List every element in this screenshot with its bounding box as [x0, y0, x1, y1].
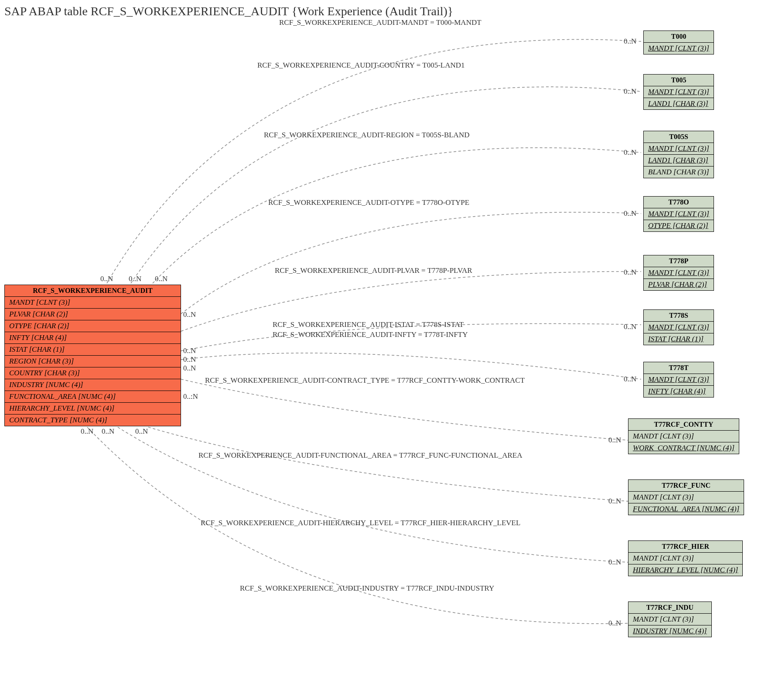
entity-header: T778O: [644, 197, 714, 208]
relation-label: RCF_S_WORKEXPERIENCE_AUDIT-INDUSTRY = T7…: [240, 584, 494, 593]
entity-header: T77RCF_INDU: [628, 602, 711, 614]
cardinality-label: 0..N: [624, 268, 636, 277]
cardinality-label: 0..N: [608, 558, 621, 567]
cardinality-label: 0..N: [608, 436, 621, 445]
cardinality-label: 0..N: [608, 497, 621, 506]
entity-t005s: T005S MANDT [CLNT (3)] LAND1 [CHAR (3)] …: [643, 131, 714, 178]
cardinality-label: 0..N: [129, 275, 141, 283]
cardinality-label: 0..N: [135, 427, 148, 436]
entity-header: T005S: [644, 131, 714, 143]
relation-label: RCF_S_WORKEXPERIENCE_AUDIT-PLVAR = T778P…: [275, 266, 472, 275]
entity-field: MANDT [CLNT (3)]: [644, 208, 714, 220]
entity-main: RCF_S_WORKEXPERIENCE_AUDIT MANDT [CLNT (…: [4, 285, 181, 426]
entity-t77rcf-indu: T77RCF_INDU MANDT [CLNT (3)] INDUSTRY [N…: [628, 601, 712, 637]
entity-field: INDUSTRY [NUMC (4)]: [628, 625, 711, 637]
cardinality-label: 0..N: [81, 427, 93, 436]
relation-label: RCF_S_WORKEXPERIENCE_AUDIT-HIERARCHY_LEV…: [201, 519, 520, 527]
cardinality-label: 0..N: [183, 310, 196, 319]
entity-field: HIERARCHY_LEVEL [NUMC (4)]: [628, 564, 742, 576]
relation-label: RCF_S_WORKEXPERIENCE_AUDIT-FUNCTIONAL_AR…: [198, 451, 522, 460]
entity-t778o: T778O MANDT [CLNT (3)] OTYPE [CHAR (2)]: [643, 196, 714, 232]
relation-label: RCF_S_WORKEXPERIENCE_AUDIT-INFTY = T778T…: [273, 330, 468, 339]
relation-label: RCF_S_WORKEXPERIENCE_AUDIT-CONTRACT_TYPE…: [205, 376, 525, 385]
entity-main-header: RCF_S_WORKEXPERIENCE_AUDIT: [5, 285, 181, 297]
entity-field: LAND1 [CHAR (3)]: [644, 155, 714, 167]
entity-header: T778P: [644, 255, 714, 267]
entity-field: BLAND [CHAR (3)]: [644, 167, 714, 178]
cardinality-label: 0..N: [624, 375, 636, 384]
entity-header: T778S: [644, 310, 714, 322]
entity-main-field: INFTY [CHAR (4)]: [5, 332, 181, 344]
entity-field: FUNCTIONAL_AREA [NUMC (4)]: [628, 503, 744, 515]
cardinality-label: 0..N: [624, 209, 636, 218]
relation-label: RCF_S_WORKEXPERIENCE_AUDIT-COUNTRY = T00…: [257, 61, 465, 70]
cardinality-label: 0..N: [183, 364, 196, 373]
cardinality-label: 0..N: [100, 275, 113, 283]
entity-main-field: HIERARCHY_LEVEL [NUMC (4)]: [5, 403, 181, 415]
entity-main-field: INDUSTRY [NUMC (4)]: [5, 379, 181, 391]
entity-header: T000: [644, 31, 714, 43]
cardinality-label: 0..N: [624, 37, 636, 46]
entity-field: MANDT [CLNT (3)]: [644, 43, 714, 54]
entity-t77rcf-contty: T77RCF_CONTTY MANDT [CLNT (3)] WORK_CONT…: [628, 418, 739, 454]
cardinality-label: 0..N: [183, 347, 196, 355]
entity-t000: T000 MANDT [CLNT (3)]: [643, 31, 714, 54]
entity-main-field: REGION [CHAR (3)]: [5, 356, 181, 367]
cardinality-label: 0..N: [183, 355, 196, 364]
cardinality-label: 0..N: [102, 427, 114, 436]
cardinality-label: 0..N: [624, 323, 636, 331]
entity-t77rcf-hier: T77RCF_HIER MANDT [CLNT (3)] HIERARCHY_L…: [628, 540, 743, 576]
cardinality-label: 0..N: [155, 275, 167, 283]
relation-label: RCF_S_WORKEXPERIENCE_AUDIT-REGION = T005…: [264, 131, 469, 139]
entity-t778t: T778T MANDT [CLNT (3)] INFTY [CHAR (4)]: [643, 362, 714, 398]
entity-t77rcf-func: T77RCF_FUNC MANDT [CLNT (3)] FUNCTIONAL_…: [628, 479, 744, 515]
page-title: SAP ABAP table RCF_S_WORKEXPERIENCE_AUDI…: [4, 4, 453, 18]
entity-field: MANDT [CLNT (3)]: [628, 553, 742, 564]
entity-t005: T005 MANDT [CLNT (3)] LAND1 [CHAR (3)]: [643, 74, 714, 110]
entity-field: PLVAR [CHAR (2)]: [644, 279, 714, 290]
entity-field: OTYPE [CHAR (2)]: [644, 220, 714, 231]
entity-field: MANDT [CLNT (3)]: [644, 322, 714, 333]
entity-field: INFTY [CHAR (4)]: [644, 386, 714, 397]
entity-main-field: FUNCTIONAL_AREA [NUMC (4)]: [5, 391, 181, 403]
entity-field: MANDT [CLNT (3)]: [644, 143, 714, 155]
cardinality-label: 0..N: [624, 148, 636, 157]
entity-field: MANDT [CLNT (3)]: [644, 86, 714, 98]
cardinality-label: 0..N: [624, 87, 636, 96]
entity-main-field: OTYPE [CHAR (2)]: [5, 320, 181, 332]
entity-t778p: T778P MANDT [CLNT (3)] PLVAR [CHAR (2)]: [643, 255, 714, 291]
entity-main-field: PLVAR [CHAR (2)]: [5, 309, 181, 320]
entity-main-field: COUNTRY [CHAR (3)]: [5, 367, 181, 379]
entity-main-field: MANDT [CLNT (3)]: [5, 297, 181, 309]
entity-header: T77RCF_CONTTY: [628, 419, 739, 431]
relation-label: RCF_S_WORKEXPERIENCE_AUDIT-ISTAT = T778S…: [273, 320, 464, 329]
entity-field: MANDT [CLNT (3)]: [644, 374, 714, 386]
relation-label: RCF_S_WORKEXPERIENCE_AUDIT-OTYPE = T778O…: [268, 198, 469, 207]
entity-header: T77RCF_FUNC: [628, 480, 744, 492]
cardinality-label: 0..N: [608, 619, 621, 628]
entity-main-field: CONTRACT_TYPE [NUMC (4)]: [5, 415, 181, 426]
entity-field: MANDT [CLNT (3)]: [628, 492, 744, 503]
entity-field: WORK_CONTRACT [NUMC (4)]: [628, 442, 739, 454]
entity-header: T778T: [644, 362, 714, 374]
entity-t778s: T778S MANDT [CLNT (3)] ISTAT [CHAR (1)]: [643, 309, 714, 345]
entity-header: T005: [644, 75, 714, 86]
entity-main-field: ISTAT [CHAR (1)]: [5, 344, 181, 356]
entity-header: T77RCF_HIER: [628, 541, 742, 553]
entity-field: ISTAT [CHAR (1)]: [644, 333, 714, 345]
entity-field: MANDT [CLNT (3)]: [628, 614, 711, 625]
entity-field: MANDT [CLNT (3)]: [644, 267, 714, 279]
cardinality-label: 0..:N: [183, 392, 198, 401]
entity-field: MANDT [CLNT (3)]: [628, 431, 739, 442]
entity-field: LAND1 [CHAR (3)]: [644, 98, 714, 109]
relation-label: RCF_S_WORKEXPERIENCE_AUDIT-MANDT = T000-…: [279, 18, 481, 27]
